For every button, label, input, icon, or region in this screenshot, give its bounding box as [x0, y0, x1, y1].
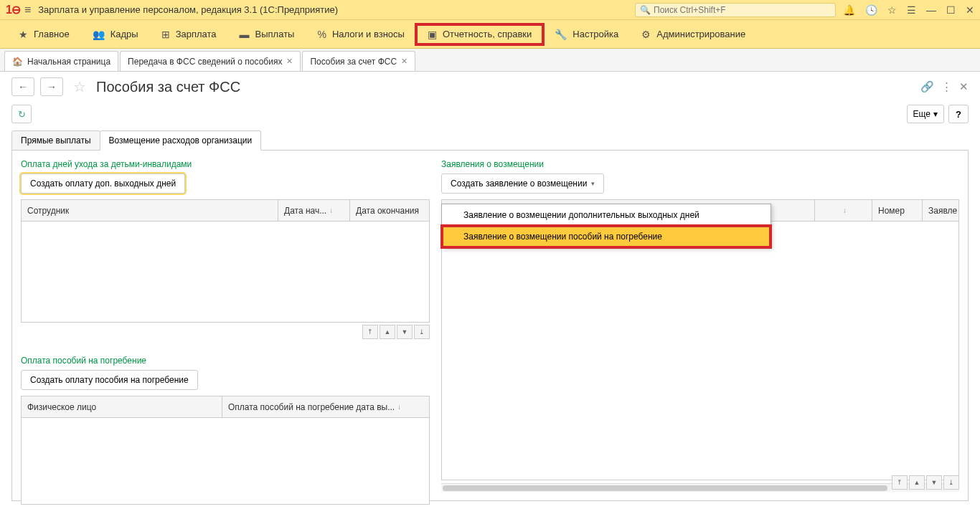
search-input[interactable] [654, 5, 831, 15]
nav-up[interactable]: ▲ [380, 325, 395, 339]
menu-zarplata[interactable]: ⊞Зарплата [150, 24, 228, 44]
app-title: Зарплата и управление персоналом, редакц… [38, 4, 338, 15]
menu-kadry[interactable]: 👥Кадры [81, 24, 150, 44]
search-icon: 🔍 [640, 5, 651, 15]
nav-down[interactable]: ▼ [397, 325, 413, 339]
menu-nalogi[interactable]: %Налоги и взносы [306, 24, 416, 44]
dd-item-extra-days[interactable]: Заявление о возмещении дополнительных вы… [442, 204, 771, 226]
tab-home[interactable]: 🏠 Начальная страница [4, 51, 118, 71]
subtab-direct-payments[interactable]: Прямые выплаты [11, 130, 100, 151]
titlebar: 1⊖ ≡ Зарплата и управление персоналом, р… [0, 0, 980, 20]
back-button[interactable]: ← [11, 77, 34, 96]
toolbar: ↻ Еще▾ ? [0, 102, 980, 130]
menu-vyplaty[interactable]: ▬Выплаты [228, 24, 306, 44]
more-button[interactable]: Еще▾ [907, 105, 944, 123]
star-icon: ★ [19, 29, 28, 40]
nav-first[interactable]: ⤒ [892, 475, 908, 490]
history-icon[interactable]: 🕓 [865, 4, 877, 16]
menu-admin[interactable]: ⚙Администрирование [630, 24, 757, 44]
col-end-date[interactable]: Дата окончания [350, 200, 429, 221]
table-nav: ⤒ ▲ ▼ ⤓ [21, 323, 430, 341]
gear-icon: ⚙ [641, 29, 651, 40]
people-icon: 👥 [93, 29, 105, 40]
page-header: ← → ☆ Пособия за счет ФСС 🔗 ⋮ ✕ [0, 72, 980, 102]
col-burial-date[interactable]: Оплата пособий на погребение дата вы...↓ [222, 396, 429, 417]
favorite-icon[interactable]: ☆ [73, 78, 86, 95]
close-page-icon[interactable]: ✕ [959, 80, 969, 93]
subtabs: Прямые выплаты Возмещение расходов орган… [0, 130, 980, 151]
refresh-button[interactable]: ↻ [11, 105, 32, 123]
subtab-reimbursement[interactable]: Возмещение расходов организации [100, 130, 262, 151]
page-title: Пособия за счет ФСС [96, 79, 240, 95]
horizontal-scrollbar[interactable] [441, 483, 959, 492]
star-icon[interactable]: ☆ [887, 4, 897, 16]
maximize-icon[interactable]: ☐ [946, 4, 956, 16]
nav-first[interactable]: ⤒ [362, 325, 378, 339]
col-start-date[interactable]: Дата нач...↓ [278, 200, 350, 221]
main-menu: ★Главное 👥Кадры ⊞Зарплата ▬Выплаты %Нало… [0, 20, 980, 49]
tab-fss-transfer[interactable]: Передача в ФСС сведений о пособиях ✕ [120, 51, 301, 71]
nav-last[interactable]: ⤓ [943, 475, 959, 490]
left-column: Оплата дней ухода за детьми-инвалидами С… [21, 159, 430, 492]
hamburger-icon[interactable]: ≡ [24, 4, 31, 16]
bell-icon[interactable]: 🔔 [843, 4, 855, 16]
menu-otchetnost[interactable]: ▣Отчетность, справки [416, 24, 543, 44]
section-label-burial: Оплата пособий на погребение [21, 356, 430, 366]
logo-1c: 1⊖ [6, 3, 20, 16]
section-label-care-days: Оплата дней ухода за детьми-инвалидами [21, 159, 430, 169]
tab-bar: 🏠 Начальная страница Передача в ФСС свед… [0, 49, 980, 72]
menu-main[interactable]: ★Главное [7, 24, 81, 44]
home-icon: 🏠 [12, 57, 23, 67]
kebab-icon[interactable]: ⋮ [941, 80, 952, 93]
col-employee[interactable]: Сотрудник [22, 200, 278, 221]
report-icon: ▣ [428, 29, 437, 40]
col-sort[interactable]: ↓ [815, 200, 872, 221]
table-nav: ⤒ ▲ ▼ ⤓ [892, 473, 959, 492]
create-claim-button[interactable]: Создать заявление о возмещении [441, 173, 604, 194]
card-icon: ▬ [240, 29, 250, 40]
tab-fss-benefits[interactable]: Пособия за счет ФСС ✕ [302, 51, 415, 71]
close-icon[interactable]: ✕ [286, 57, 293, 66]
right-column: Заявления о возмещении Создать заявление… [441, 159, 959, 492]
nav-up[interactable]: ▲ [909, 475, 925, 490]
search-box[interactable]: 🔍 [635, 3, 836, 17]
close-icon[interactable]: ✕ [401, 57, 407, 66]
chevron-down-icon: ▾ [933, 109, 938, 119]
content-area: Оплата дней ухода за детьми-инвалидами С… [11, 150, 969, 501]
link-icon[interactable]: 🔗 [920, 80, 934, 93]
create-claim-dropdown: Заявление о возмещении дополнительных вы… [441, 204, 771, 248]
sort-icon: ↓ [843, 206, 847, 214]
col-number[interactable]: Номер [872, 200, 923, 221]
wrench-icon: 🔧 [555, 29, 567, 40]
section-label-claims: Заявления о возмещении [441, 159, 959, 169]
grid-icon: ⊞ [161, 29, 170, 40]
filter-icon[interactable]: ☰ [907, 4, 916, 16]
menu-nastroika[interactable]: 🔧Настройка [543, 24, 630, 44]
close-icon[interactable]: ✕ [966, 4, 974, 16]
create-extra-days-payment-button[interactable]: Создать оплату доп. выходных дней [21, 173, 185, 194]
create-burial-payment-button[interactable]: Создать оплату пособия на погребение [21, 370, 198, 390]
sort-icon: ↓ [397, 403, 401, 411]
col-person[interactable]: Физическое лицо [22, 396, 222, 417]
nav-down[interactable]: ▼ [926, 475, 942, 490]
sort-icon: ↓ [329, 206, 333, 214]
dd-item-burial[interactable]: Заявление о возмещении пособий на погреб… [442, 226, 771, 247]
nav-last[interactable]: ⤓ [414, 325, 430, 339]
col-claim[interactable]: Заявле [923, 200, 958, 221]
table-burial: Физическое лицо Оплата пособий на погреб… [21, 396, 430, 505]
forward-button[interactable]: → [40, 77, 63, 96]
table-care-days: Сотрудник Дата нач...↓ Дата окончания [21, 199, 430, 323]
minimize-icon[interactable]: — [926, 4, 936, 16]
help-button[interactable]: ? [948, 105, 969, 123]
percent-icon: % [317, 29, 326, 40]
